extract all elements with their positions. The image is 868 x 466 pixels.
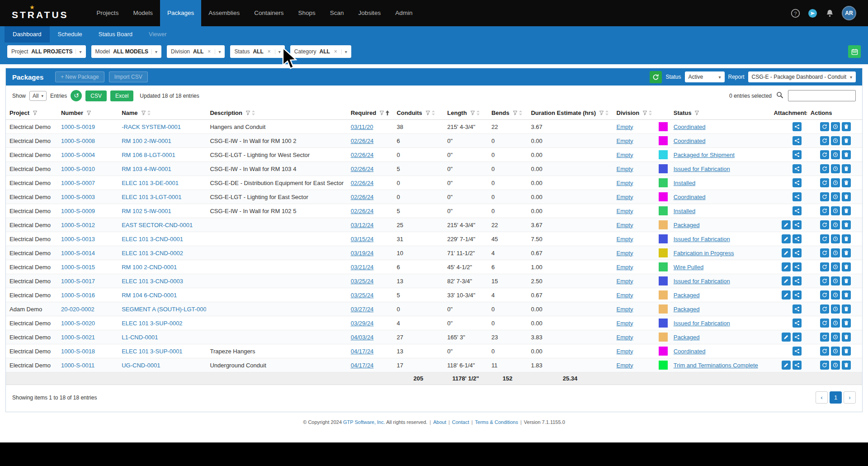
time-icon[interactable] xyxy=(831,319,840,328)
col-header-description[interactable]: Description xyxy=(206,106,347,120)
package-name-link[interactable]: RM 100 2-IW-0001 xyxy=(122,138,171,144)
new-package-button[interactable]: + New Package xyxy=(55,71,104,82)
delete-icon[interactable] xyxy=(842,220,851,229)
col-header-length[interactable]: Length xyxy=(443,106,488,120)
delete-icon[interactable] xyxy=(842,192,851,201)
history-icon[interactable] xyxy=(820,347,829,356)
division-link[interactable]: Empty xyxy=(617,138,633,144)
history-icon[interactable] xyxy=(820,234,829,243)
required-date-link[interactable]: 03/29/24 xyxy=(351,320,374,327)
footer-link-about[interactable]: About xyxy=(433,419,446,425)
time-icon[interactable] xyxy=(831,150,840,159)
table-row[interactable]: Electrical Demo1000-S-0017ELEC 101 3-CND… xyxy=(6,274,862,288)
nav-item-packages[interactable]: Packages xyxy=(160,0,201,26)
required-date-link[interactable]: 02/26/24 xyxy=(351,208,374,214)
nav-item-containers[interactable]: Containers xyxy=(247,0,291,26)
package-number-link[interactable]: 1000-S-0007 xyxy=(61,180,95,186)
delete-icon[interactable] xyxy=(842,290,851,300)
filter-category[interactable]: CategoryALL×▾ xyxy=(290,45,351,58)
division-link[interactable]: Empty xyxy=(617,166,633,172)
delete-icon[interactable] xyxy=(842,333,851,342)
delete-icon[interactable] xyxy=(842,164,851,173)
prev-page-button[interactable]: ‹ xyxy=(816,391,828,404)
status-select[interactable]: Active ▾ xyxy=(685,71,725,82)
col-header-bends[interactable]: Bends xyxy=(488,106,527,120)
col-header-project[interactable]: Project xyxy=(6,106,57,120)
filter-status[interactable]: StatusALL×▾ xyxy=(230,45,284,58)
package-name-link[interactable]: ELEC 101 3-LGT-0001 xyxy=(122,194,181,200)
company-link[interactable]: GTP Software, Inc. xyxy=(343,419,385,425)
package-number-link[interactable]: 1000-S-0018 xyxy=(61,348,95,355)
required-date-link[interactable]: 02/26/24 xyxy=(351,180,374,186)
status-link[interactable]: Coordinated xyxy=(674,124,706,130)
package-name-link[interactable]: ELEC 101 3-CND-0002 xyxy=(122,250,183,257)
sort-icon[interactable] xyxy=(605,110,609,116)
share-icon[interactable] xyxy=(793,192,802,201)
time-icon[interactable] xyxy=(831,276,840,285)
delete-icon[interactable] xyxy=(842,304,851,314)
delete-icon[interactable] xyxy=(842,150,851,159)
share-icon[interactable] xyxy=(793,122,802,131)
history-icon[interactable] xyxy=(820,206,829,215)
nav-item-scan[interactable]: Scan xyxy=(323,0,351,26)
time-icon[interactable] xyxy=(831,248,840,257)
package-number-link[interactable]: 1000-S-0012 xyxy=(61,222,95,228)
time-icon[interactable] xyxy=(831,178,840,187)
package-name-link[interactable]: RM 106 8-LGT-0001 xyxy=(122,152,175,158)
division-link[interactable]: Empty xyxy=(617,278,633,285)
footer-link-contact[interactable]: Contact xyxy=(452,419,469,425)
package-name-link[interactable]: ELEC 101 3-SUP-0001 xyxy=(122,348,182,355)
sort-asc-icon[interactable] xyxy=(385,110,390,116)
table-row[interactable]: Electrical Demo1000-S-0016RM 104 6-CND-0… xyxy=(6,288,862,302)
sort-icon[interactable] xyxy=(251,110,255,116)
time-icon[interactable] xyxy=(831,220,840,229)
division-link[interactable]: Empty xyxy=(617,306,633,313)
filter-model[interactable]: ModelALL MODELS▾ xyxy=(91,45,162,58)
refresh-button[interactable] xyxy=(650,71,662,83)
share-icon[interactable] xyxy=(793,220,802,229)
share-icon[interactable] xyxy=(793,333,802,342)
status-link[interactable]: Wire Pulled xyxy=(674,264,703,271)
division-link[interactable]: Empty xyxy=(617,334,633,341)
history-icon[interactable] xyxy=(820,192,829,201)
status-link[interactable]: Coordinated xyxy=(674,138,706,144)
required-date-link[interactable]: 03/15/24 xyxy=(351,236,374,243)
delete-icon[interactable] xyxy=(842,206,851,215)
markup-attachment-icon[interactable] xyxy=(782,248,791,257)
help-icon[interactable]: ? xyxy=(790,8,800,18)
time-icon[interactable] xyxy=(831,304,840,314)
division-link[interactable]: Empty xyxy=(617,320,633,327)
division-link[interactable]: Empty xyxy=(617,152,633,158)
table-row[interactable]: Electrical Demo1000-S-0010RM 103 4-IW-00… xyxy=(6,162,862,176)
time-icon[interactable] xyxy=(831,136,840,145)
time-icon[interactable] xyxy=(831,122,840,131)
table-row[interactable]: Electrical Demo1000-S-0021L1-CND-000104/… xyxy=(6,330,862,344)
package-number-link[interactable]: 1000-S-0017 xyxy=(61,278,95,285)
table-row[interactable]: Electrical Demo1000-S-0004RM 106 8-LGT-0… xyxy=(6,148,862,162)
package-number-link[interactable]: 1000-S-0020 xyxy=(61,320,95,327)
division-link[interactable]: Empty xyxy=(617,194,633,200)
package-name-link[interactable]: RM 100 2-CND-0001 xyxy=(122,264,177,271)
required-date-link[interactable]: 03/19/24 xyxy=(351,250,374,257)
filter-funnel-icon[interactable] xyxy=(694,110,699,115)
filter-funnel-icon[interactable] xyxy=(245,110,250,115)
share-icon[interactable] xyxy=(793,304,802,314)
share-icon[interactable] xyxy=(793,319,802,328)
share-icon[interactable] xyxy=(793,347,802,356)
col-header-number[interactable]: Number xyxy=(57,106,118,120)
division-link[interactable]: Empty xyxy=(617,236,633,243)
package-number-link[interactable]: 1000-S-0013 xyxy=(61,236,95,243)
required-date-link[interactable]: 02/26/24 xyxy=(351,194,374,200)
footer-link-terms-conditions[interactable]: Terms & Conditions xyxy=(475,419,518,425)
required-date-link[interactable]: 04/03/24 xyxy=(351,334,374,341)
delete-icon[interactable] xyxy=(842,262,851,271)
support-icon[interactable] xyxy=(807,8,817,18)
division-link[interactable]: Empty xyxy=(617,264,633,271)
sort-icon[interactable] xyxy=(431,110,435,116)
delete-icon[interactable] xyxy=(842,276,851,285)
chevron-down-icon[interactable]: ▾ xyxy=(151,49,157,54)
chevron-down-icon[interactable]: ▾ xyxy=(275,49,281,54)
required-date-link[interactable]: 03/25/24 xyxy=(351,278,374,285)
nav-item-admin[interactable]: Admin xyxy=(388,0,420,26)
package-name-link[interactable]: SEGMENT A (SOUTH)-LGT-0001 xyxy=(122,306,206,313)
